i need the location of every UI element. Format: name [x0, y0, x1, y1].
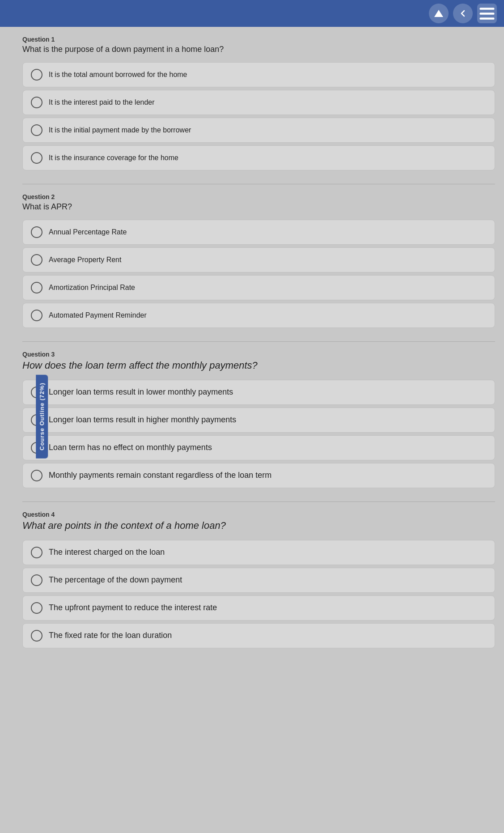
- q3-option-4[interactable]: Monthly payments remain constant regardl…: [22, 463, 495, 488]
- q3-option-3[interactable]: Loan term has no effect on monthly payme…: [22, 435, 495, 460]
- q3-option-4-text: Monthly payments remain constant regardl…: [49, 470, 271, 480]
- q1-radio-3[interactable]: [31, 124, 42, 136]
- q3-option-2-text: Longer loan terms result in higher month…: [49, 415, 236, 425]
- divider-1: [22, 184, 495, 184]
- q2-radio-2[interactable]: [31, 254, 42, 266]
- q1-option-4-text: It is the insurance coverage for the hom…: [49, 153, 178, 163]
- question-2-text: What is APR?: [22, 201, 495, 212]
- q2-option-2[interactable]: Average Property Rent: [22, 247, 495, 272]
- divider-2: [22, 341, 495, 342]
- svg-marker-0: [434, 10, 443, 17]
- q2-radio-1[interactable]: [31, 226, 42, 238]
- back-arrow[interactable]: ‹: [4, 4, 9, 21]
- svg-rect-1: [480, 8, 495, 10]
- back-circle-icon: [457, 8, 468, 19]
- divider-3: [22, 502, 495, 502]
- menu-icon: [477, 4, 497, 23]
- q2-radio-3[interactable]: [31, 282, 42, 293]
- q3-option-3-text: Loan term has no effect on monthly payme…: [49, 442, 212, 453]
- q3-radio-4[interactable]: [31, 470, 42, 481]
- q2-option-1-text: Annual Percentage Rate: [49, 228, 127, 237]
- menu-button[interactable]: [477, 4, 497, 23]
- header-bar: [0, 0, 504, 27]
- q4-option-4-text: The fixed rate for the loan duration: [49, 630, 172, 641]
- q4-option-3-text: The upfront payment to reduce the intere…: [49, 603, 217, 613]
- q2-option-1[interactable]: Annual Percentage Rate: [22, 220, 495, 245]
- course-outline-tab[interactable]: Course Outline (72%): [36, 374, 48, 458]
- arrow-up-icon: [433, 8, 444, 19]
- q4-radio-4[interactable]: [31, 630, 42, 642]
- q1-option-3[interactable]: It is the initial payment made by the bo…: [22, 118, 495, 143]
- q2-option-3[interactable]: Amortization Principal Rate: [22, 275, 495, 300]
- q1-option-1[interactable]: It is the total amount borrowed for the …: [22, 62, 495, 87]
- q1-radio-2[interactable]: [31, 97, 42, 108]
- q4-radio-1[interactable]: [31, 547, 42, 558]
- question-4-text: What are points in the context of a home…: [22, 519, 495, 533]
- q1-option-2[interactable]: It is the interest paid to the lender: [22, 90, 495, 115]
- q1-radio-1[interactable]: [31, 69, 42, 81]
- q3-option-2[interactable]: Longer loan terms result in higher month…: [22, 408, 495, 433]
- q4-option-2[interactable]: The percentage of the down payment: [22, 568, 495, 593]
- q2-option-3-text: Amortization Principal Rate: [49, 283, 135, 293]
- back-circle-button[interactable]: [453, 4, 473, 23]
- question-block-1: Question 1 What is the purpose of a down…: [22, 36, 495, 170]
- question-3-text: How does the loan term affect the monthl…: [22, 359, 495, 373]
- q4-option-1-text: The interest charged on the loan: [49, 547, 165, 557]
- q3-option-1[interactable]: Longer loan terms result in lower monthl…: [22, 380, 495, 405]
- question-block-3: Question 3 How does the loan term affect…: [22, 351, 495, 488]
- question-1-text: What is the purpose of a down payment in…: [22, 44, 495, 55]
- question-1-label: Question 1: [22, 36, 495, 43]
- svg-rect-2: [480, 13, 495, 15]
- q4-option-2-text: The percentage of the down payment: [49, 575, 182, 585]
- q3-option-1-text: Longer loan terms result in lower monthl…: [49, 387, 233, 397]
- q1-option-2-text: It is the interest paid to the lender: [49, 98, 155, 107]
- q4-option-1[interactable]: The interest charged on the loan: [22, 540, 495, 565]
- q1-option-1-text: It is the total amount borrowed for the …: [49, 70, 187, 80]
- q2-option-4-text: Automated Payment Reminder: [49, 311, 147, 320]
- q2-radio-4[interactable]: [31, 310, 42, 321]
- q1-radio-4[interactable]: [31, 152, 42, 164]
- q4-radio-3[interactable]: [31, 602, 42, 614]
- q1-option-4[interactable]: It is the insurance coverage for the hom…: [22, 145, 495, 170]
- q2-option-2-text: Average Property Rent: [49, 255, 121, 265]
- question-4-label: Question 4: [22, 511, 495, 518]
- q4-option-4[interactable]: The fixed rate for the loan duration: [22, 623, 495, 648]
- q4-option-3[interactable]: The upfront payment to reduce the intere…: [22, 595, 495, 620]
- q1-option-3-text: It is the initial payment made by the bo…: [49, 126, 191, 135]
- question-block-4: Question 4 What are points in the contex…: [22, 511, 495, 648]
- arrow-up-button[interactable]: [429, 4, 449, 23]
- question-3-label: Question 3: [22, 351, 495, 358]
- svg-rect-3: [480, 17, 495, 20]
- question-block-2: Question 2 What is APR? Annual Percentag…: [22, 193, 495, 328]
- main-content: Question 1 What is the purpose of a down…: [13, 27, 504, 680]
- question-2-label: Question 2: [22, 193, 495, 200]
- q2-option-4[interactable]: Automated Payment Reminder: [22, 303, 495, 328]
- q4-radio-2[interactable]: [31, 574, 42, 586]
